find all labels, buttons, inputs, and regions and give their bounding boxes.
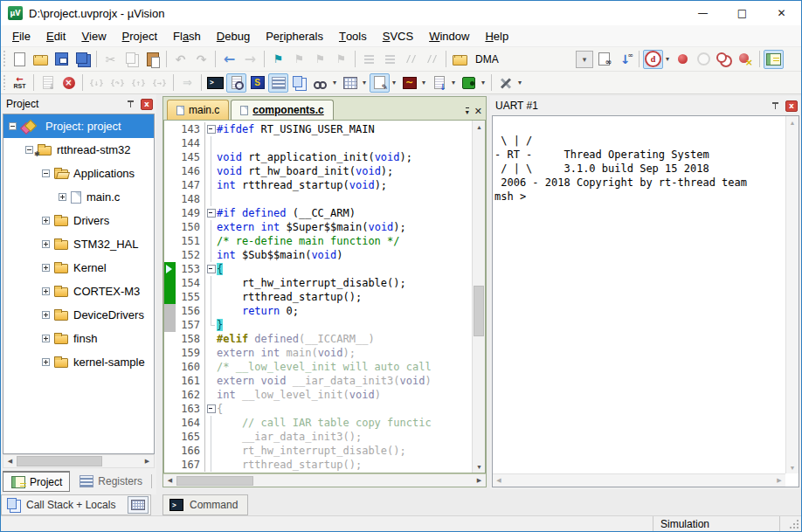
- tree-expander-icon[interactable]: [42, 169, 50, 177]
- tree-expander-icon[interactable]: [42, 311, 50, 319]
- tree-item-drivers[interactable]: Drivers: [3, 209, 154, 232]
- menu-help[interactable]: Help: [477, 25, 516, 46]
- target-select-dropdown-icon[interactable]: [576, 51, 593, 68]
- tree-item-main-c[interactable]: main.c: [3, 185, 154, 209]
- configure-target-icon[interactable]: [450, 50, 470, 69]
- registers-window-icon[interactable]: [268, 73, 288, 93]
- scroll-thumb[interactable]: [474, 286, 484, 336]
- find-in-files-icon[interactable]: [594, 50, 614, 69]
- analysis-windows-dropdown-icon[interactable]: [419, 73, 428, 93]
- menu-peripherals[interactable]: Peripherals: [258, 25, 331, 46]
- command-window-icon[interactable]: [205, 73, 225, 93]
- menu-project[interactable]: Project: [114, 25, 165, 46]
- call-stack-window-icon[interactable]: [289, 73, 309, 93]
- show-next-statement-icon[interactable]: [177, 73, 197, 93]
- project-tree[interactable]: Project: projectrtthread-stm32Applicatio…: [3, 114, 155, 454]
- disassembly-window-icon[interactable]: [226, 73, 246, 93]
- tree-item-applications[interactable]: Applications: [3, 162, 154, 185]
- tree-expander-icon[interactable]: [42, 287, 50, 295]
- disable-all-breakpoints-icon[interactable]: [715, 50, 735, 69]
- redo-icon[interactable]: [191, 50, 211, 69]
- find-symbols-icon[interactable]: [643, 50, 663, 69]
- toggle-breakpoint-icon[interactable]: [673, 50, 693, 69]
- tree-expander-icon[interactable]: [59, 193, 66, 201]
- run-icon[interactable]: [38, 73, 58, 93]
- symbol-window-icon[interactable]: [247, 73, 267, 93]
- navigate-forward-icon[interactable]: [240, 50, 260, 69]
- memory-windows-icon[interactable]: [340, 73, 360, 93]
- command-tab[interactable]: Command: [162, 494, 248, 515]
- uart-vscrollbar[interactable]: ▲ ▼: [785, 116, 799, 473]
- analysis-windows-icon[interactable]: [399, 73, 419, 93]
- uart-hscrollbar[interactable]: ◀ ▶: [493, 473, 785, 487]
- tree-expander-icon[interactable]: [42, 335, 50, 342]
- editor-hscrollbar[interactable]: ◀ ▶: [163, 473, 486, 487]
- toolbox-icon[interactable]: [495, 73, 515, 93]
- panel-tab-project[interactable]: Project: [3, 471, 70, 492]
- tree-expander-icon[interactable]: [42, 264, 50, 272]
- menu-debug[interactable]: Debug: [209, 25, 258, 46]
- menu-tools[interactable]: Tools: [331, 25, 375, 46]
- scroll-right-icon[interactable]: ▶: [473, 475, 486, 487]
- scroll-right-icon[interactable]: ▶: [773, 475, 785, 487]
- prev-bookmark-icon[interactable]: [289, 50, 309, 69]
- fold-collapse-icon[interactable]: [205, 262, 217, 276]
- editor-tab-components-c[interactable]: components.c: [231, 100, 333, 120]
- watch-windows-dropdown-icon[interactable]: [330, 73, 339, 93]
- tree-expander-icon[interactable]: [42, 217, 50, 225]
- reset-cpu-icon[interactable]: [10, 73, 30, 93]
- outdent-icon[interactable]: [380, 50, 400, 69]
- tree-item-devicedrivers[interactable]: DeviceDrivers: [3, 303, 154, 327]
- target-select[interactable]: DMA: [471, 50, 593, 69]
- trace-windows-icon[interactable]: [429, 73, 449, 93]
- scroll-thumb[interactable]: [176, 476, 253, 486]
- fold-collapse-icon[interactable]: [205, 206, 217, 220]
- tree-item-kernel[interactable]: Kernel: [3, 256, 154, 280]
- editor-tab-main-c[interactable]: main.c: [167, 100, 229, 120]
- enable-disable-breakpoint-icon[interactable]: [694, 50, 714, 69]
- indent-icon[interactable]: [359, 50, 379, 69]
- find-symbols-dropdown-icon[interactable]: [663, 50, 672, 69]
- serial-windows-dropdown-icon[interactable]: [390, 73, 398, 93]
- trace-windows-dropdown-icon[interactable]: [449, 73, 458, 93]
- toggle-bookmark-icon[interactable]: [268, 50, 288, 69]
- system-viewer-dropdown-icon[interactable]: [479, 73, 487, 93]
- resize-grip[interactable]: [779, 516, 801, 531]
- close-button[interactable]: ✕: [762, 1, 801, 25]
- save-all-icon[interactable]: [73, 50, 93, 69]
- tree-item-cortex-m3[interactable]: CORTEX-M3: [3, 280, 154, 303]
- step-into-icon[interactable]: [86, 73, 107, 93]
- call-stack-bar[interactable]: Call Stack + Locals: [1, 494, 151, 515]
- comment-icon[interactable]: [401, 50, 421, 69]
- project-panel-close-icon[interactable]: x: [141, 99, 153, 110]
- scroll-down-icon[interactable]: ▼: [473, 460, 486, 473]
- kill-all-breakpoints-icon[interactable]: [736, 50, 756, 69]
- copy-icon[interactable]: [121, 50, 142, 69]
- tree-expander-icon[interactable]: [42, 358, 50, 366]
- stop-icon[interactable]: [59, 73, 79, 93]
- document-list-icon[interactable]: ▾: [466, 107, 469, 116]
- scroll-left-icon[interactable]: ◀: [3, 455, 17, 467]
- scroll-up-icon[interactable]: ▲: [786, 116, 799, 128]
- tree-item-finsh[interactable]: finsh: [3, 327, 154, 350]
- tree-expander-icon[interactable]: [25, 146, 33, 154]
- clear-bookmarks-icon[interactable]: [331, 50, 351, 69]
- tree-item-rtthread-stm32[interactable]: rtthread-stm32: [3, 138, 154, 162]
- keyboard-icon[interactable]: [128, 496, 149, 514]
- menu-window[interactable]: Window: [421, 25, 477, 46]
- scroll-down-icon[interactable]: ▼: [786, 461, 799, 473]
- tree-expander-icon[interactable]: [42, 240, 50, 248]
- panel-tab-registers[interactable]: Registers: [72, 471, 149, 492]
- pin-icon[interactable]: [126, 99, 136, 109]
- scroll-right-icon[interactable]: ▶: [141, 455, 154, 467]
- uart-output[interactable]: \ | / - RT - Thread Operating System / |…: [494, 120, 785, 473]
- project-window-toggle-icon[interactable]: [764, 50, 784, 69]
- tree-item-kernel-sample[interactable]: kernel-sample: [3, 350, 154, 374]
- tree-expander-icon[interactable]: [9, 122, 17, 130]
- tree-item-stm32-hal[interactable]: STM32_HAL: [3, 232, 154, 256]
- scroll-left-icon[interactable]: ◀: [493, 475, 505, 487]
- save-icon[interactable]: [52, 50, 72, 69]
- toolbox-dropdown-icon[interactable]: [515, 73, 524, 93]
- scroll-thumb[interactable]: [17, 456, 102, 466]
- project-hscrollbar[interactable]: ◀ ▶: [3, 454, 155, 468]
